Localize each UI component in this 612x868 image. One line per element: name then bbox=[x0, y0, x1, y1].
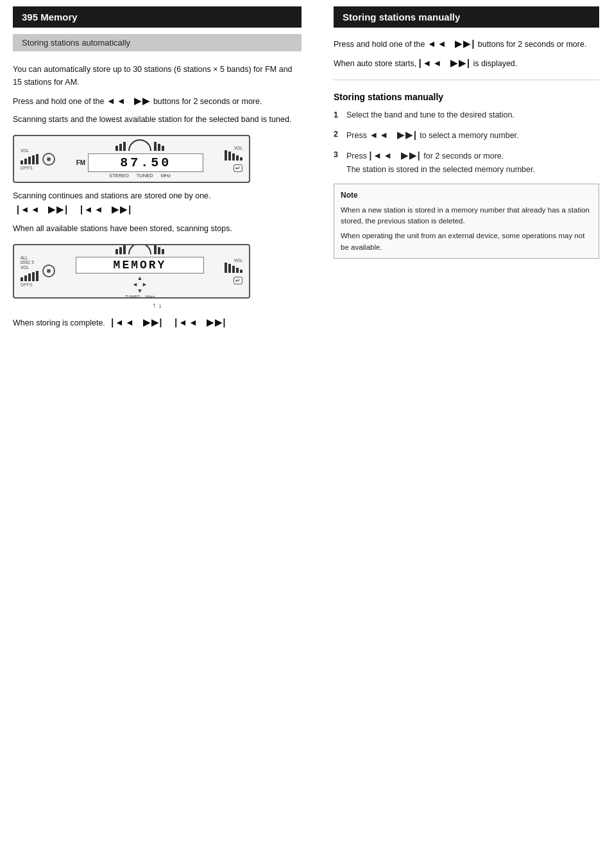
note-text-1: When a new station is stored in a memory… bbox=[341, 205, 592, 227]
left-intro: You can automatically store up to 30 sta… bbox=[13, 63, 302, 126]
arrow-cross: ▲ ◄ ► ▼ bbox=[132, 275, 148, 294]
right-prev-next-icon: |◄◄ ▶▶| bbox=[419, 56, 471, 70]
bottom-arrow-indicator: ↑ ↓ bbox=[13, 301, 302, 309]
band-indicator: FM bbox=[76, 159, 85, 166]
right-intro-scan: Press and hold one of the ◄◄ ▶▶| buttons… bbox=[334, 37, 599, 71]
memory-diagram-display: ALL DISC 5 VOL DPFS bbox=[13, 244, 250, 299]
display-right-2: VOL ↵ bbox=[225, 258, 242, 284]
step-press-hold-para: Press and hold one of the ◄◄ ▶▶ buttons … bbox=[13, 94, 302, 108]
memory-text: MEMORY bbox=[76, 257, 204, 273]
left-bars-2 bbox=[21, 271, 38, 281]
display-left-knob: VOL DPFS bbox=[21, 148, 38, 170]
step-1-num: 1 bbox=[334, 108, 346, 121]
step-3-num: 3 bbox=[334, 148, 346, 175]
step3-prev-next-icon: |◄◄ ▶▶| bbox=[369, 148, 421, 162]
step-2-num: 2 bbox=[334, 128, 346, 142]
freq-display: 87.50 bbox=[88, 153, 203, 172]
dial-arc bbox=[128, 139, 151, 151]
disc-area-2 bbox=[42, 265, 55, 277]
disc-icon-2 bbox=[42, 265, 55, 277]
arrow-down: ▼ bbox=[137, 288, 143, 294]
step-3: 3 Press |◄◄ ▶▶| for 2 seconds or more. T… bbox=[334, 148, 599, 175]
prev-next-icons-2: |◄◄ ▶▶| |◄◄ ▶▶| bbox=[107, 315, 226, 329]
display-center: FM 87.50 STEREO TUNED MHz bbox=[59, 139, 221, 178]
note-text-2: When operating the unit from an external… bbox=[341, 230, 592, 253]
step-1: 1 Select the band and tune to the desire… bbox=[334, 108, 599, 121]
step-2: 2 Press ◄◄ ▶▶| to select a memory number… bbox=[334, 128, 599, 142]
step-2-body: Press ◄◄ ▶▶| to select a memory number. bbox=[346, 128, 599, 142]
right-column: Storing stations manually Press and hold… bbox=[314, 0, 612, 868]
left-header-gray: Storing stations automatically bbox=[13, 34, 302, 51]
page: 395 Memory Storing stations automaticall… bbox=[0, 0, 612, 868]
prev-next-icons-1: |◄◄ ▶▶| |◄◄ ▶▶| bbox=[13, 202, 132, 216]
step-after-memory: When storing is complete. |◄◄ ▶▶| |◄◄ ▶▶… bbox=[13, 315, 302, 329]
step-after-diag1: Scanning continues and stations are stor… bbox=[13, 189, 302, 234]
freq-label: STEREO TUNED MHz bbox=[82, 173, 198, 178]
display-right: VOL ↵ bbox=[225, 146, 242, 172]
center-left-bars bbox=[115, 141, 126, 151]
enter-icon: ↵ bbox=[234, 164, 242, 172]
step-3-body: Press |◄◄ ▶▶| for 2 seconds or more. The… bbox=[346, 148, 599, 175]
center-right-bars bbox=[154, 141, 164, 151]
note-box: Note When a new station is stored in a m… bbox=[334, 184, 599, 259]
step2-prev-next-icon: ◄◄ ▶▶| bbox=[369, 128, 417, 142]
arrow-right: ► bbox=[142, 281, 148, 288]
display-center-2: MEMORY ▲ ◄ ► ▼ TUNED MHz bbox=[59, 244, 221, 299]
display-left-knob-2: ALL DISC 5 VOL DPFS bbox=[21, 256, 38, 287]
enter-icon-2: ↵ bbox=[234, 277, 242, 284]
rewind-fastforward-icon: ◄◄ ▶▶ bbox=[106, 94, 151, 108]
left-bars bbox=[21, 154, 38, 164]
right-rewind-ff-icon: ◄◄ ▶▶| bbox=[427, 37, 475, 51]
disc-area bbox=[42, 153, 55, 166]
right-bars-2 bbox=[225, 264, 242, 273]
arrow-left: ◄ bbox=[132, 281, 138, 288]
arrow-up: ▲ bbox=[137, 275, 143, 281]
manual-store-title: Storing stations manually bbox=[334, 89, 599, 105]
dial-arc-2 bbox=[128, 244, 151, 255]
left-header-black: 395 Memory bbox=[13, 6, 302, 28]
right-header-black: Storing stations manually bbox=[334, 6, 599, 28]
right-bars bbox=[225, 152, 242, 161]
note-title: Note bbox=[341, 191, 358, 200]
disc-icon bbox=[42, 153, 55, 166]
left-column: 395 Memory Storing stations automaticall… bbox=[0, 0, 314, 868]
step-1-body: Select the band and tune to the desired … bbox=[346, 108, 599, 121]
divider-1 bbox=[334, 80, 599, 80]
fm-diagram-display: VOL DPFS bbox=[13, 135, 250, 183]
